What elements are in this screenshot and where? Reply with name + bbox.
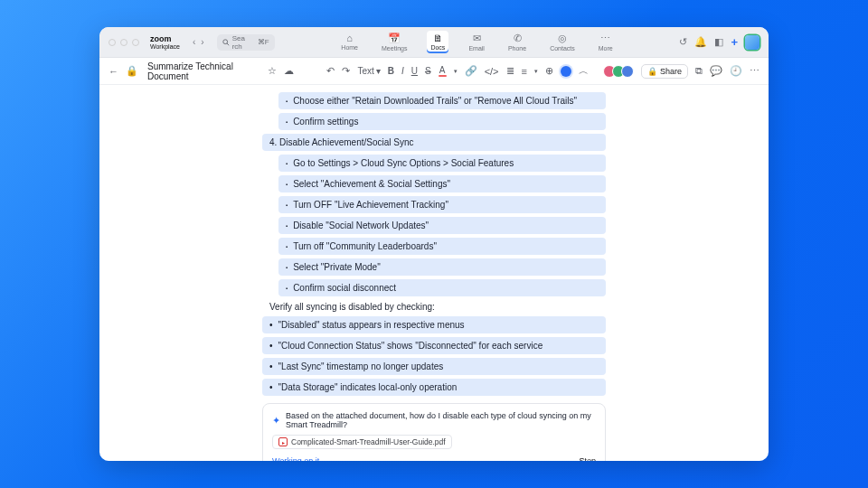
phone-icon: ✆ bbox=[514, 33, 522, 44]
pdf-icon: ▸ bbox=[278, 437, 288, 446]
nav-contacts[interactable]: ◎Contacts bbox=[546, 31, 579, 53]
ai-companion-panel: ✦ Based on the attached document, how do… bbox=[262, 403, 606, 461]
color-chevron-down-icon[interactable]: ▾ bbox=[454, 68, 458, 75]
chevron-down-icon: ▾ bbox=[376, 66, 381, 76]
nav-back-icon[interactable]: ‹ bbox=[193, 37, 195, 47]
clock-icon[interactable]: 🕘 bbox=[730, 65, 742, 77]
doc-line[interactable]: Disable "Social Network Updates" bbox=[278, 217, 606, 234]
underline-icon[interactable]: U bbox=[411, 66, 418, 76]
overflow-icon[interactable]: ⋯ bbox=[750, 65, 760, 77]
align-icon[interactable]: ≡ bbox=[522, 66, 527, 77]
presence-stack[interactable] bbox=[603, 65, 634, 78]
undo-icon[interactable]: ↶ bbox=[326, 65, 335, 77]
doc-toolbar: ← 🔒 Summarize Technical Document ☆ ☁ ↶ ↷… bbox=[99, 58, 769, 85]
code-icon[interactable]: </> bbox=[485, 66, 499, 77]
search-input[interactable]: Sea rch ⌘F bbox=[217, 34, 275, 51]
main-nav: ⌂Home 📅Meetings 🗎Docs ✉Email ✆Phone ◎Con… bbox=[282, 31, 673, 53]
window-controls[interactable] bbox=[108, 39, 139, 46]
user-avatar[interactable] bbox=[745, 35, 760, 50]
minimize-dot-icon[interactable] bbox=[120, 39, 127, 46]
calendar-icon: 📅 bbox=[388, 33, 401, 44]
zoom-dot-icon[interactable] bbox=[132, 39, 139, 46]
video-icon[interactable]: ⧉ bbox=[695, 65, 703, 77]
lock-icon[interactable]: 🔒 bbox=[126, 65, 138, 77]
attachment-name: Complicated-Smart-Treadmill-User-Guide.p… bbox=[291, 437, 446, 446]
doc-line[interactable]: Confirm settings bbox=[278, 113, 606, 130]
doc-line[interactable]: Confirm social disconnect bbox=[278, 279, 606, 296]
doc-line[interactable]: Choose either "Retain Downloaded Trails"… bbox=[278, 92, 606, 109]
ai-status: Working on it... bbox=[272, 456, 326, 461]
doc-line[interactable]: "Last Sync" timestamp no longer updates bbox=[262, 358, 606, 375]
doc-line[interactable]: 4. Disable Achievement/Social Sync bbox=[262, 134, 606, 151]
star-icon[interactable]: ☆ bbox=[268, 65, 277, 77]
search-icon bbox=[222, 39, 230, 46]
app-window: zoom Workplace ‹ › Sea rch ⌘F ⌂Home 📅Mee… bbox=[99, 27, 769, 461]
lock-small-icon: 🔒 bbox=[647, 67, 657, 76]
content-area: Choose either "Retain Downloaded Trails"… bbox=[262, 92, 606, 396]
italic-icon[interactable]: I bbox=[401, 66, 404, 76]
search-placeholder: Sea rch bbox=[232, 34, 255, 51]
insert-icon[interactable]: ⊕ bbox=[545, 65, 553, 77]
search-shortcut: ⌘F bbox=[258, 38, 269, 46]
list-icon[interactable]: ≣ bbox=[506, 65, 514, 77]
doc-title[interactable]: Summarize Technical Document bbox=[147, 61, 260, 81]
comment-icon[interactable]: 💬 bbox=[710, 65, 722, 77]
doc-line[interactable]: Turn OFF "Live Achievement Tracking" bbox=[278, 196, 606, 213]
nav-more[interactable]: ⋯More bbox=[595, 31, 617, 53]
titlebar: zoom Workplace ‹ › Sea rch ⌘F ⌂Home 📅Mee… bbox=[99, 27, 769, 58]
mail-icon: ✉ bbox=[473, 33, 481, 44]
doc-line[interactable]: "Disabled" status appears in respective … bbox=[262, 316, 606, 333]
brand-line1: zoom bbox=[150, 34, 172, 43]
share-button[interactable]: 🔒 Share bbox=[641, 64, 688, 79]
doc-line[interactable]: "Data Storage" indicates local-only oper… bbox=[262, 379, 606, 396]
attachment-chip[interactable]: ▸ Complicated-Smart-Treadmill-User-Guide… bbox=[272, 435, 452, 449]
ai-companion-icon[interactable] bbox=[561, 66, 571, 77]
bold-icon[interactable]: B bbox=[388, 66, 394, 76]
nav-phone[interactable]: ✆Phone bbox=[505, 31, 530, 53]
contacts-icon: ◎ bbox=[558, 33, 567, 44]
doc-line[interactable]: Turn off "Community Leaderboards" bbox=[278, 238, 606, 255]
sparkle-icon: ✦ bbox=[272, 415, 280, 427]
nav-docs[interactable]: 🗎Docs bbox=[427, 31, 448, 53]
new-button[interactable]: + bbox=[731, 35, 738, 49]
more-icon: ⋯ bbox=[600, 33, 610, 44]
doc-line[interactable]: "Cloud Connection Status" shows "Disconn… bbox=[262, 337, 606, 354]
ai-prompt-text: Based on the attached document, how do I… bbox=[286, 411, 596, 429]
align-chevron-down-icon[interactable]: ▾ bbox=[534, 68, 538, 75]
presence-avatar-icon bbox=[621, 65, 634, 78]
history-icon[interactable]: ↺ bbox=[679, 36, 687, 48]
text-color-dropdown[interactable]: A bbox=[439, 66, 447, 77]
svg-line-1 bbox=[227, 42, 229, 44]
docs-icon: 🗎 bbox=[433, 33, 443, 43]
nav-meetings[interactable]: 📅Meetings bbox=[378, 31, 410, 53]
link-icon[interactable]: 🔗 bbox=[465, 65, 477, 77]
redo-icon[interactable]: ↷ bbox=[342, 65, 350, 77]
panel-icon[interactable]: ◧ bbox=[714, 36, 723, 48]
close-dot-icon[interactable] bbox=[108, 39, 116, 46]
back-icon[interactable]: ← bbox=[108, 66, 118, 77]
strike-icon[interactable]: S bbox=[425, 66, 431, 76]
document-body[interactable]: Choose either "Retain Downloaded Trails"… bbox=[99, 85, 769, 461]
doc-line[interactable]: Select "Private Mode" bbox=[278, 258, 606, 276]
cloud-icon[interactable]: ☁ bbox=[284, 65, 294, 77]
bell-icon[interactable]: 🔔 bbox=[694, 36, 707, 48]
nav-forward-icon[interactable]: › bbox=[201, 37, 203, 47]
brand: zoom Workplace bbox=[150, 35, 180, 50]
collapse-toolbar-icon[interactable]: ︿ bbox=[579, 64, 589, 78]
text-style-dropdown[interactable]: Text▾ bbox=[357, 66, 380, 76]
brand-line2: Workplace bbox=[150, 43, 180, 50]
home-icon: ⌂ bbox=[346, 33, 353, 43]
nav-home[interactable]: ⌂Home bbox=[337, 31, 362, 53]
nav-email[interactable]: ✉Email bbox=[465, 31, 488, 53]
doc-line[interactable]: Verify all syncing is disabled by checki… bbox=[262, 300, 606, 314]
svg-point-0 bbox=[222, 39, 227, 43]
doc-line[interactable]: Select "Achievement & Social Settings" bbox=[278, 175, 606, 192]
doc-line[interactable]: Go to Settings > Cloud Sync Options > So… bbox=[278, 155, 606, 172]
stop-button[interactable]: Stop bbox=[579, 456, 596, 461]
